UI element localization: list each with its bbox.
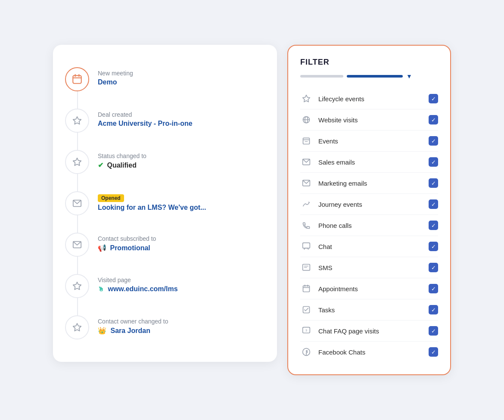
- calendar-icon: [65, 67, 89, 91]
- chat-label: Chat: [318, 243, 423, 250]
- filter-item-website[interactable]: Website visits ✓: [300, 109, 438, 131]
- tasks-label: Tasks: [318, 306, 423, 314]
- filter-item-sales-email[interactable]: Sales emails ✓: [300, 152, 438, 173]
- owner-title: 👑 Sara Jordan: [98, 327, 168, 335]
- svg-text:?: ?: [305, 329, 308, 333]
- filter-item-events[interactable]: Events ✓: [300, 131, 438, 152]
- sms-icon: [300, 261, 312, 274]
- chatfaq-label: Chat FAQ page visits: [318, 327, 423, 335]
- subscribed-value: Promotional: [110, 244, 150, 252]
- opened-label: Opened: [98, 194, 124, 202]
- slider-fill: [347, 75, 403, 78]
- appointments-label: Appointments: [318, 285, 423, 292]
- megaphone-emoji: 📢: [98, 244, 106, 252]
- mail-icon-subscribed: [65, 233, 89, 257]
- timeline-panel: New meeting Demo Deal created Acme Unive…: [53, 45, 277, 362]
- tasks-checkbox[interactable]: ✓: [429, 305, 438, 314]
- svg-marker-8: [73, 282, 81, 289]
- filter-item-chat[interactable]: Chat ✓: [300, 236, 438, 257]
- star-icon-status: [65, 150, 89, 174]
- chatfaq-checkbox[interactable]: ✓: [429, 326, 438, 336]
- marketing-email-icon: [300, 177, 312, 189]
- svg-rect-0: [73, 75, 81, 83]
- marketing-email-checkbox[interactable]: ✓: [429, 178, 438, 188]
- star-icon-owner: [65, 315, 89, 339]
- appointments-checkbox[interactable]: ✓: [429, 284, 438, 293]
- lifecycle-checkbox[interactable]: ✓: [429, 94, 438, 103]
- filter-title: FILTER: [300, 58, 438, 67]
- timeline-item-owner: Contact owner changed to 👑 Sara Jordan: [65, 307, 265, 348]
- meeting-title[interactable]: Demo: [98, 78, 117, 86]
- filter-item-chatfaq[interactable]: ? Chat FAQ page visits ✓: [300, 320, 438, 342]
- facebook-icon: [300, 346, 312, 358]
- visited-label: Visited page: [98, 277, 178, 283]
- events-label: Events: [318, 137, 423, 145]
- subscribed-title: 📢 Promotional: [98, 244, 156, 252]
- timeline-content-meeting: New meeting Demo: [98, 67, 133, 86]
- filter-item-marketing-email[interactable]: Marketing emails ✓: [300, 173, 438, 194]
- events-checkbox[interactable]: ✓: [429, 136, 438, 146]
- sales-email-checkbox[interactable]: ✓: [429, 157, 438, 167]
- filter-item-sms[interactable]: SMS ✓: [300, 257, 438, 278]
- timeline-content-subscribed: Contact subscribed to 📢 Promotional: [98, 233, 156, 252]
- journey-checkbox[interactable]: ✓: [429, 199, 438, 209]
- email-opened-title[interactable]: Looking for an LMS? We've got...: [98, 204, 206, 211]
- timeline-item-deal: Deal created Acme University - Pro-in-on…: [65, 100, 265, 141]
- owner-name: Sara Jordan: [110, 327, 150, 334]
- svg-marker-9: [73, 324, 81, 331]
- timeline-item-email-opened: Opened Looking for an LMS? We've got...: [65, 183, 265, 224]
- filter-item-lifecycle[interactable]: Lifecycle events ✓: [300, 88, 438, 109]
- owner-label: Contact owner changed to: [98, 318, 168, 325]
- lifecycle-icon: [300, 93, 312, 105]
- chat-icon: [300, 240, 312, 252]
- filter-slider[interactable]: ▼: [300, 73, 438, 80]
- phone-icon: [300, 219, 312, 231]
- status-title: ✔ Qualified: [98, 161, 146, 169]
- timeline-content-email-opened: Opened Looking for an LMS? We've got...: [98, 191, 206, 212]
- sms-checkbox[interactable]: ✓: [429, 263, 438, 272]
- facebook-checkbox[interactable]: ✓: [429, 347, 438, 357]
- svg-marker-5: [73, 158, 81, 165]
- opened-badge: Opened: [98, 194, 206, 204]
- filter-item-facebook[interactable]: Facebook Chats ✓: [300, 342, 438, 362]
- journey-icon: [300, 198, 312, 210]
- check-icon: ✔: [98, 162, 103, 169]
- cursor-icon: 🖱: [98, 286, 104, 292]
- visited-title: 🖱 www.eduinc.com/lms: [98, 285, 178, 293]
- subscribed-label: Contact subscribed to: [98, 235, 156, 242]
- slider-track: [300, 75, 343, 78]
- facebook-label: Facebook Chats: [318, 348, 423, 356]
- sms-label: SMS: [318, 264, 423, 271]
- appointments-icon: [300, 283, 312, 295]
- svg-marker-10: [303, 95, 310, 102]
- star-icon-visited: [65, 274, 89, 298]
- timeline-content-deal: Deal created Acme University - Pro-in-on…: [98, 109, 193, 128]
- timeline: New meeting Demo Deal created Acme Unive…: [65, 59, 265, 348]
- timeline-content-status: Status changed to ✔ Qualified: [98, 150, 146, 169]
- phone-checkbox[interactable]: ✓: [429, 221, 438, 230]
- timeline-content-owner: Contact owner changed to 👑 Sara Jordan: [98, 315, 168, 335]
- visited-url: www.eduinc.com/lms: [108, 285, 177, 292]
- filter-item-phone[interactable]: Phone calls ✓: [300, 215, 438, 236]
- svg-rect-14: [303, 138, 310, 144]
- filter-item-tasks[interactable]: Tasks ✓: [300, 299, 438, 320]
- filter-item-appointments[interactable]: Appointments ✓: [300, 278, 438, 299]
- filter-item-journey[interactable]: Journey events ✓: [300, 194, 438, 215]
- timeline-item-visited: Visited page 🖱 www.eduinc.com/lms: [65, 265, 265, 307]
- marketing-email-label: Marketing emails: [318, 180, 423, 187]
- timeline-item-status: Status changed to ✔ Qualified: [65, 141, 265, 183]
- globe-icon: [300, 114, 312, 126]
- status-value: Qualified: [107, 162, 136, 169]
- deal-title[interactable]: Acme University - Pro-in-one: [98, 120, 193, 127]
- timeline-content-visited: Visited page 🖱 www.eduinc.com/lms: [98, 274, 178, 293]
- status-label: Status changed to: [98, 152, 146, 159]
- filter-list: Lifecycle events ✓ Website visits ✓: [300, 88, 438, 362]
- filter-panel: FILTER ▼ Lifecycle events ✓: [287, 45, 451, 375]
- svg-rect-24: [303, 286, 310, 292]
- timeline-item-subscribed: Contact subscribed to 📢 Promotional: [65, 224, 265, 265]
- star-icon-deal: [65, 109, 89, 133]
- chat-checkbox[interactable]: ✓: [429, 242, 438, 251]
- website-checkbox[interactable]: ✓: [429, 115, 438, 124]
- sales-email-label: Sales emails: [318, 159, 423, 166]
- main-container: New meeting Demo Deal created Acme Unive…: [36, 28, 468, 392]
